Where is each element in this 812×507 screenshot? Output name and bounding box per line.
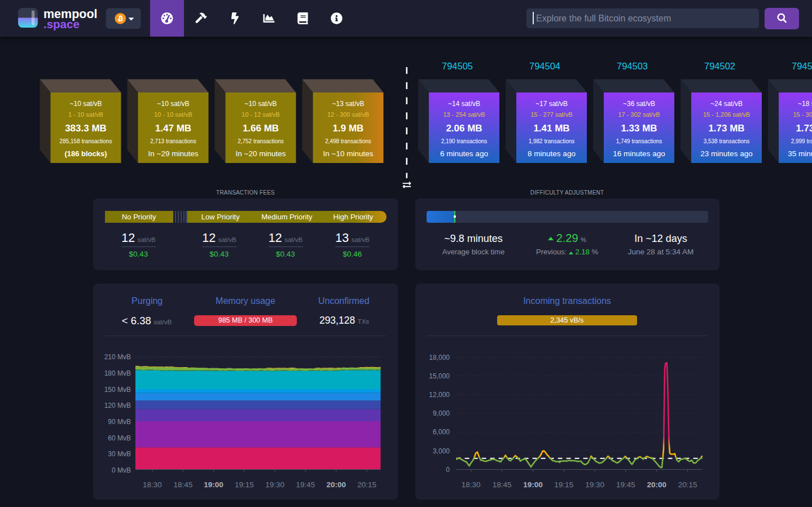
svg-text:19:15: 19:15 <box>554 480 573 489</box>
svg-text:210 MvB: 210 MvB <box>104 353 131 361</box>
svg-text:20:00: 20:00 <box>327 480 346 489</box>
svg-text:19:15: 19:15 <box>235 480 254 489</box>
svg-text:0: 0 <box>446 466 450 474</box>
svg-text:19:00: 19:00 <box>523 480 543 489</box>
svg-text:18:30: 18:30 <box>462 480 481 489</box>
svg-text:3,000: 3,000 <box>433 447 450 455</box>
svg-text:20:00: 20:00 <box>647 480 667 489</box>
svg-text:18:45: 18:45 <box>493 480 512 489</box>
svg-text:19:45: 19:45 <box>296 480 315 489</box>
svg-text:12,000: 12,000 <box>429 391 450 399</box>
svg-text:19:30: 19:30 <box>585 480 604 489</box>
svg-text:19:30: 19:30 <box>265 480 284 489</box>
svg-text:90 MvB: 90 MvB <box>108 418 131 426</box>
svg-text:20:15: 20:15 <box>357 480 376 489</box>
svg-text:150 MvB: 150 MvB <box>104 386 131 394</box>
svg-text:30 MvB: 30 MvB <box>108 450 131 458</box>
svg-text:18:45: 18:45 <box>173 480 192 489</box>
svg-text:20:15: 20:15 <box>678 480 697 489</box>
svg-text:18,000: 18,000 <box>429 354 450 361</box>
svg-text:18:30: 18:30 <box>143 480 162 489</box>
svg-text:60 MvB: 60 MvB <box>108 434 131 442</box>
svg-text:120 MvB: 120 MvB <box>104 402 131 409</box>
svg-text:19:00: 19:00 <box>204 480 223 489</box>
svg-text:9,000: 9,000 <box>433 409 450 417</box>
svg-text:0 MvB: 0 MvB <box>112 466 131 474</box>
svg-text:19:45: 19:45 <box>616 480 635 489</box>
svg-text:6,000: 6,000 <box>433 428 450 436</box>
svg-text:15,000: 15,000 <box>429 372 450 380</box>
svg-text:180 MvB: 180 MvB <box>104 369 131 377</box>
